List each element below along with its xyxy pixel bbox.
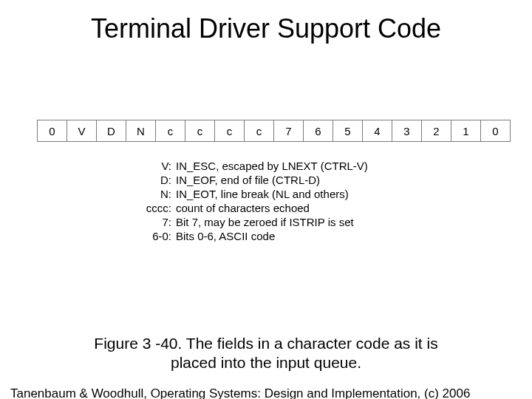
bit-cell: 4	[363, 120, 392, 142]
bit-cell: c	[185, 120, 215, 142]
legend-row: V: IN_ESC, escaped by LNEXT (CTRL-V)	[133, 160, 372, 174]
bit-cell: 0	[481, 120, 511, 142]
legend-desc: IN_EOF, end of file (CTRL-D)	[176, 174, 372, 188]
bit-cell: 2	[422, 120, 451, 142]
bit-cell: 6	[304, 120, 333, 142]
bit-cell: c	[245, 120, 274, 142]
legend-row: 6-0: Bits 0-6, ASCII code	[133, 230, 372, 244]
caption-line: Figure 3 -40. The fields in a character …	[94, 335, 437, 352]
bit-cell: c	[156, 120, 185, 142]
legend-desc: Bit 7, may be zeroed if ISTRIP is set	[176, 216, 372, 230]
bit-cell: N	[126, 120, 156, 142]
legend-key: V:	[133, 160, 176, 174]
footer-citation: Tanenbaum & Woodhull, Operating Systems:…	[10, 386, 470, 399]
legend-key: 7:	[133, 216, 176, 230]
bit-cell: 1	[451, 120, 481, 142]
bit-cell: 7	[274, 120, 304, 142]
legend-row: D: IN_EOF, end of file (CTRL-D)	[133, 174, 372, 188]
bitfield-table: 0 V D N c c c c 7 6 5 4 3 2 1 0	[37, 120, 511, 142]
bit-cell: V	[67, 120, 97, 142]
slide-title: Terminal Driver Support Code	[0, 13, 532, 44]
legend-row: N: IN_EOT, line break (NL and others)	[133, 188, 372, 202]
legend-desc: IN_ESC, escaped by LNEXT (CTRL-V)	[176, 160, 372, 174]
legend-key: 6-0:	[133, 230, 176, 244]
caption-line: placed into the input queue.	[171, 354, 361, 371]
figure-caption: Figure 3 -40. The fields in a character …	[44, 334, 488, 373]
legend-key: cccc:	[133, 202, 176, 216]
legend-desc: IN_EOT, line break (NL and others)	[176, 188, 372, 202]
bit-cell: 0	[38, 120, 67, 142]
bit-cell: 3	[392, 120, 422, 142]
legend-row: 7: Bit 7, may be zeroed if ISTRIP is set	[133, 216, 372, 230]
legend-key: N:	[133, 188, 176, 202]
slide: Terminal Driver Support Code 0 V D N c c…	[0, 0, 532, 399]
legend: V: IN_ESC, escaped by LNEXT (CTRL-V) D: …	[133, 160, 372, 244]
legend-desc: count of characters echoed	[176, 202, 372, 216]
legend-desc: Bits 0-6, ASCII code	[176, 230, 372, 244]
bit-cell: D	[97, 120, 126, 142]
legend-key: D:	[133, 174, 176, 188]
bit-cell: c	[215, 120, 245, 142]
legend-row: cccc: count of characters echoed	[133, 202, 372, 216]
bit-cell: 5	[333, 120, 363, 142]
